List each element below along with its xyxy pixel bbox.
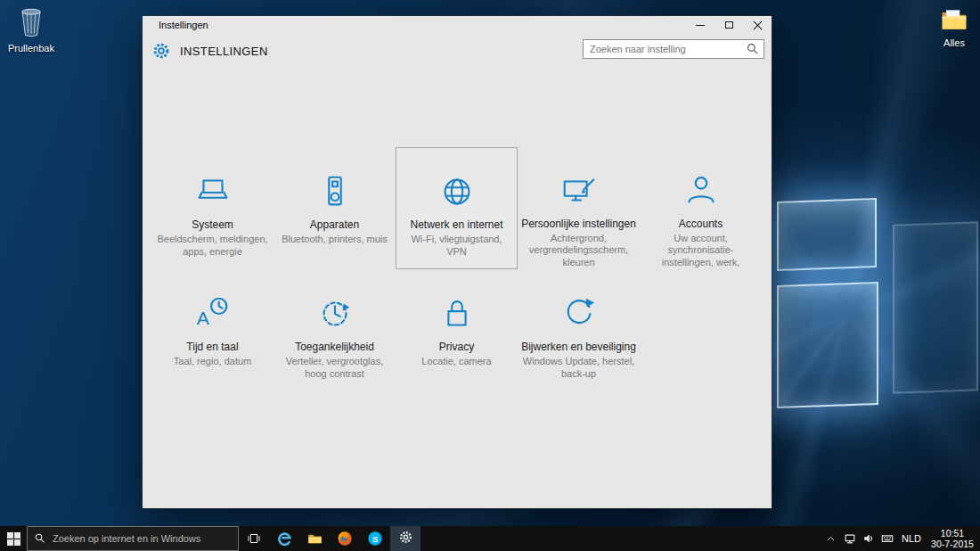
folder-icon	[940, 20, 968, 35]
search-icon	[34, 531, 48, 546]
wallpaper-window-pane	[777, 282, 878, 408]
taskbar-search-input[interactable]	[53, 533, 238, 544]
settings-taskbar-button[interactable]	[390, 526, 421, 551]
tile-toegankelijkheid[interactable]: Toegankelijkheid Verteller, vergrootglas…	[274, 269, 396, 391]
window-titlebar[interactable]: Instellingen	[143, 16, 772, 34]
tile-title: Persoonlijke instellingen	[521, 218, 636, 230]
edge-icon	[277, 531, 292, 547]
tray-clock[interactable]: 10:51 30-7-2015	[927, 526, 980, 551]
minimize-icon	[696, 25, 705, 26]
tile-persoonlijke-instellingen[interactable]: Persoonlijke instellingen Achtergrond, v…	[518, 147, 640, 269]
tile-subtitle: Wi-Fi, vliegtuigstand, VPN	[401, 234, 513, 258]
wallpaper-window-pane	[777, 198, 877, 271]
skype-icon: S	[367, 530, 383, 547]
taskbar-search-box[interactable]	[27, 526, 239, 551]
tile-title: Netwerk en internet	[410, 218, 502, 231]
desktop-icon-label: Alles	[925, 37, 980, 48]
settings-gear-icon	[151, 41, 171, 61]
tray-date: 30-7-2015	[931, 539, 974, 549]
tile-subtitle: Uw account, synchronisatie-instellingen,…	[645, 233, 757, 269]
close-button[interactable]	[743, 16, 772, 34]
chevron-up-icon	[826, 534, 836, 544]
tile-subtitle: Verteller, vergrootglas, hoog contrast	[279, 356, 391, 380]
tile-title: Apparaten	[310, 218, 359, 231]
firefox-button[interactable]	[330, 526, 360, 551]
tile-apparaten[interactable]: Apparaten Bluetooth, printers, muis	[274, 147, 396, 269]
desktop-icon-label: Prullenbak	[2, 43, 61, 53]
keyboard-icon	[881, 532, 894, 545]
system-icon	[192, 169, 233, 214]
network-icon	[844, 532, 856, 545]
tray-language-indicator[interactable]: NLD	[896, 526, 927, 551]
update-security-icon	[559, 292, 600, 336]
privacy-lock-icon	[437, 292, 478, 336]
tile-title: Bijwerken en beveiliging	[521, 341, 636, 353]
network-globe-icon	[437, 169, 478, 214]
tile-tijd-en-taal[interactable]: A Tijd en taal Taal, regio, datum	[151, 269, 274, 391]
tray-show-hidden-icons-button[interactable]	[821, 526, 840, 551]
tile-systeem[interactable]: Systeem Beeldscherm, meldingen, apps, en…	[151, 147, 274, 269]
file-explorer-button[interactable]	[299, 526, 330, 551]
svg-text:S: S	[372, 534, 379, 544]
windows-logo-icon	[7, 532, 20, 546]
tray-volume-button[interactable]	[859, 526, 878, 551]
tile-subtitle: Windows Update, herstel, back-up	[523, 356, 635, 380]
tile-subtitle: Beeldscherm, meldingen, apps, energie	[157, 234, 269, 258]
tray-network-button[interactable]	[840, 526, 859, 551]
time-language-icon: A	[192, 292, 233, 336]
firefox-icon	[337, 530, 353, 547]
search-icon[interactable]	[746, 42, 760, 56]
accounts-icon	[681, 169, 722, 213]
task-view-icon	[247, 531, 261, 546]
settings-grid: Systeem Beeldscherm, meldingen, apps, en…	[151, 147, 762, 391]
tile-accounts[interactable]: Accounts Uw account, synchronisatie-inst…	[640, 147, 762, 269]
personalization-icon	[559, 169, 600, 213]
page-title: INSTELLINGEN	[180, 45, 268, 58]
file-explorer-icon	[307, 531, 323, 547]
recycle-bin-icon	[18, 25, 45, 40]
tile-title: Accounts	[679, 218, 723, 230]
edge-button[interactable]	[269, 526, 299, 551]
desktop: Prullenbak Alles Instellingen	[0, 0, 980, 551]
tray-time: 10:51	[941, 528, 964, 539]
tile-title: Tijd en taal	[186, 341, 238, 353]
task-view-button[interactable]	[239, 526, 269, 551]
wallpaper-window-pane	[893, 221, 978, 393]
tile-subtitle: Taal, regio, datum	[174, 356, 251, 368]
tile-subtitle: Bluetooth, printers, muis	[282, 234, 388, 246]
tile-subtitle: Locatie, camera	[421, 356, 491, 368]
close-icon	[753, 21, 763, 30]
window-title: Instellingen	[159, 20, 208, 30]
tile-title: Systeem	[192, 218, 233, 231]
taskbar: S	[0, 526, 980, 551]
settings-search-box	[583, 39, 764, 59]
tile-title: Toegankelijkheid	[295, 341, 374, 353]
tray-keyboard-button[interactable]	[878, 526, 896, 551]
minimize-button[interactable]	[686, 16, 715, 34]
volume-icon	[862, 532, 875, 545]
settings-header: INSTELLINGEN	[151, 41, 268, 61]
start-button[interactable]	[0, 526, 27, 551]
tile-privacy[interactable]: Privacy Locatie, camera	[396, 269, 518, 391]
tile-netwerk-en-internet[interactable]: Netwerk en internet Wi-Fi, vliegtuigstan…	[396, 147, 518, 269]
maximize-icon	[725, 21, 733, 29]
tile-title: Privacy	[439, 341, 474, 353]
gear-icon	[398, 530, 413, 548]
settings-search-input[interactable]	[584, 44, 746, 54]
svg-text:A: A	[196, 308, 209, 328]
tile-bijwerken-en-beveiliging[interactable]: Bijwerken en beveiliging Windows Update,…	[518, 269, 640, 391]
desktop-icon-alles-folder[interactable]: Alles	[925, 7, 980, 48]
skype-button[interactable]: S	[360, 526, 390, 551]
settings-window: Instellingen INSTELLINGEN	[143, 16, 772, 508]
ease-of-access-icon	[314, 292, 355, 336]
desktop-icon-recycle-bin[interactable]: Prullenbak	[2, 7, 61, 53]
tile-subtitle: Achtergrond, vergrendelingsscherm, kleur…	[523, 233, 635, 269]
maximize-button[interactable]	[715, 16, 743, 34]
devices-icon	[314, 169, 355, 214]
